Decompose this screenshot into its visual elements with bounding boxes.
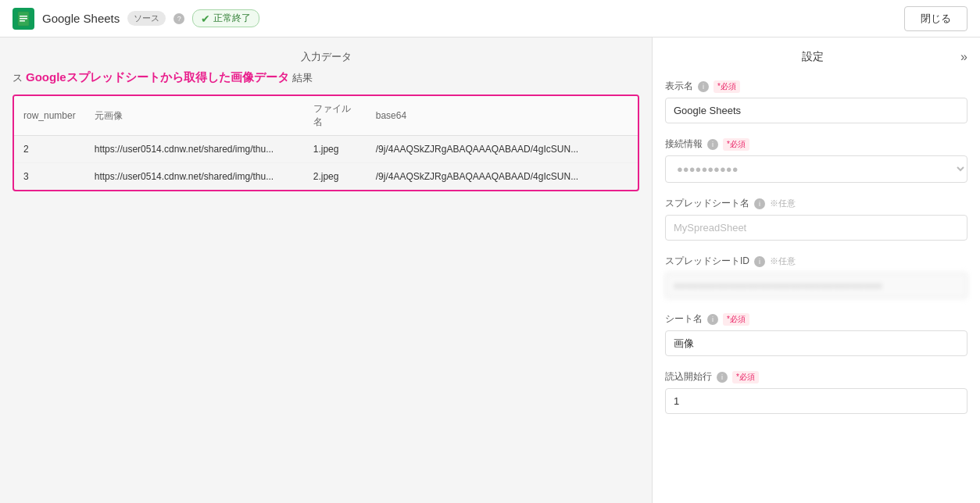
- status-label: 正常終了: [213, 12, 251, 25]
- check-icon: ✔: [201, 12, 210, 25]
- right-panel-title: 設定: [802, 50, 824, 62]
- google-sheets-icon: [13, 8, 34, 30]
- start-row-input[interactable]: [665, 388, 967, 414]
- cell-image-url: https://user0514.cdnw.net/shared/img/thu…: [85, 136, 304, 163]
- cell-row-number: 3: [14, 163, 85, 191]
- col-header-base64: base64: [367, 96, 638, 136]
- connection-info-icon[interactable]: i: [707, 139, 718, 150]
- cell-filename: 1.jpeg: [304, 136, 367, 163]
- sheet-name-info-icon[interactable]: i: [707, 314, 718, 325]
- table-header-row: row_number 元画像 ファイル名 base64: [14, 96, 638, 136]
- svg-rect-1: [20, 16, 27, 17]
- col-header-filename: ファイル名: [304, 96, 367, 136]
- display-name-required: *必須: [714, 80, 740, 93]
- spreadsheet-name-label: スプレッドシート名 i ※任意: [665, 197, 967, 210]
- flow-highlight: Googleスプレッドシートから取得した画像データ: [26, 70, 289, 85]
- data-flow: ス Googleスプレッドシートから取得した画像データ 結果: [13, 70, 639, 85]
- form-group-display-name: 表示名 i *必須: [665, 80, 967, 123]
- section-label: 入力データ: [13, 50, 639, 64]
- spreadsheet-id-input[interactable]: ●●●●●●●●●●●●●●●●●●●●●●●●●●●●●●●●●●: [665, 273, 967, 298]
- start-row-required: *必須: [732, 371, 759, 383]
- header-left: Google Sheets ソース ? ✔ 正常終了: [13, 8, 259, 30]
- connection-required: *必須: [723, 138, 749, 151]
- header-title: Google Sheets: [42, 12, 120, 25]
- chevron-right-icon: [960, 50, 967, 63]
- cell-row-number: 2: [14, 136, 85, 163]
- sheet-name-required: *必須: [723, 313, 749, 326]
- start-row-label: 読込開始行 i *必須: [665, 370, 967, 383]
- right-panel: 設定 表示名 i *必須 接続情報 i *必須 ●●●●●●●●●●: [652, 37, 980, 503]
- sheet-name-input[interactable]: [665, 330, 967, 356]
- form-group-start-row: 読込開始行 i *必須: [665, 370, 967, 414]
- spreadsheet-id-label: スプレッドシートID i ※任意: [665, 255, 967, 268]
- spreadsheet-name-input[interactable]: [665, 215, 967, 241]
- svg-rect-2: [20, 18, 27, 20]
- close-button[interactable]: 閉じる: [904, 6, 967, 31]
- collapse-button[interactable]: [960, 50, 967, 64]
- status-badge: ✔ 正常終了: [192, 9, 259, 27]
- spreadsheet-id-info-icon[interactable]: i: [754, 256, 765, 267]
- connection-label: 接続情報 i *必須: [665, 137, 967, 151]
- cell-image-url: https://user0514.cdnw.net/shared/img/thu…: [85, 163, 304, 191]
- form-group-spreadsheet-name: スプレッドシート名 i ※任意: [665, 197, 967, 241]
- cell-base64: /9j/4AAQSkZJRgABAQAAAQABAAD/4gIcSUN...: [367, 136, 638, 163]
- col-header-row-number: row_number: [14, 96, 85, 136]
- sheet-name-label: シート名 i *必須: [665, 312, 967, 326]
- main-layout: 入力データ ス Googleスプレッドシートから取得した画像データ 結果 row…: [0, 37, 980, 503]
- svg-rect-3: [20, 20, 25, 22]
- right-panel-header: 設定: [665, 50, 967, 64]
- spreadsheet-name-info-icon[interactable]: i: [754, 198, 765, 209]
- table-row: 3 https://user0514.cdnw.net/shared/img/t…: [14, 163, 638, 191]
- flow-prefix: ス: [13, 71, 23, 85]
- form-group-connection: 接続情報 i *必須 ●●●●●●●●●●: [665, 137, 967, 183]
- start-row-info-icon[interactable]: i: [717, 372, 728, 383]
- connection-select[interactable]: ●●●●●●●●●●: [665, 155, 967, 183]
- cell-base64: /9j/4AAQSkZJRgABAQAAAQABAAD/4gIcSUN...: [367, 163, 638, 191]
- data-table: row_number 元画像 ファイル名 base64 2 https://us…: [14, 96, 638, 190]
- display-name-info-icon[interactable]: i: [698, 81, 709, 92]
- flow-result: 結果: [292, 71, 313, 85]
- col-header-image: 元画像: [85, 96, 304, 136]
- source-badge: ソース: [127, 11, 166, 26]
- source-info-icon[interactable]: ?: [173, 13, 184, 24]
- table-row: 2 https://user0514.cdnw.net/shared/img/t…: [14, 136, 638, 163]
- data-table-wrapper: row_number 元画像 ファイル名 base64 2 https://us…: [13, 95, 639, 191]
- display-name-input[interactable]: [665, 98, 967, 123]
- form-group-spreadsheet-id: スプレッドシートID i ※任意 ●●●●●●●●●●●●●●●●●●●●●●●…: [665, 255, 967, 298]
- cell-filename: 2.jpeg: [304, 163, 367, 191]
- display-name-label: 表示名 i *必須: [665, 80, 967, 93]
- header: Google Sheets ソース ? ✔ 正常終了 閉じる: [0, 0, 980, 37]
- left-panel: 入力データ ス Googleスプレッドシートから取得した画像データ 結果 row…: [0, 37, 652, 503]
- form-group-sheet-name: シート名 i *必須: [665, 312, 967, 356]
